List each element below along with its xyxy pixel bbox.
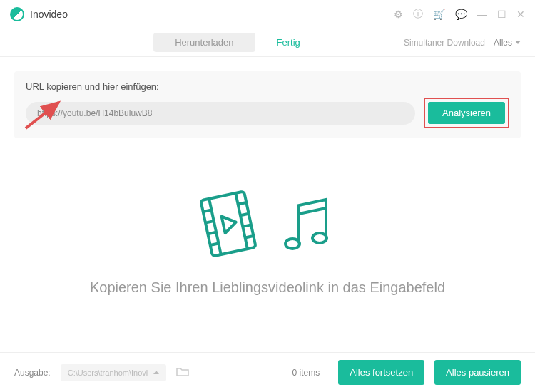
tabs: Herunterladen Fertig (153, 33, 322, 52)
title-bar: Inovideo ⚙ ⓘ 🛒 💬 — ☐ ✕ (0, 0, 535, 29)
svg-line-9 (238, 202, 247, 204)
empty-state-text: Kopieren Sie Ihren Lieblingsvideolink in… (90, 279, 445, 296)
cart-icon[interactable]: 🛒 (433, 9, 445, 20)
analyze-button[interactable]: Analysieren (428, 102, 505, 124)
svg-point-14 (285, 239, 300, 249)
simultaneous-download-label: Simultaner Download (404, 38, 485, 48)
close-icon[interactable]: ✕ (516, 9, 525, 20)
nav-bar: Herunterladen Fertig Simultaner Download… (0, 29, 535, 57)
film-play-icon (196, 188, 260, 259)
url-input[interactable] (26, 102, 415, 125)
app-name: Inovideo (30, 9, 394, 20)
footer: Ausgabe: C:\Users\tranhom\Inovi 0 items … (0, 352, 535, 392)
svg-marker-13 (222, 214, 238, 233)
tab-download[interactable]: Herunterladen (153, 33, 255, 52)
settings-icon[interactable]: ⚙ (394, 9, 403, 20)
svg-line-11 (243, 225, 251, 226)
svg-line-7 (208, 232, 216, 234)
chat-icon[interactable]: 💬 (455, 9, 467, 20)
url-box: URL kopieren und hier einfügen: Analysie… (14, 71, 521, 138)
svg-line-8 (210, 243, 219, 244)
window-controls: ⚙ ⓘ 🛒 💬 — ☐ ✕ (394, 8, 525, 21)
app-logo-icon (10, 7, 24, 21)
info-icon[interactable]: ⓘ (413, 8, 423, 21)
output-path-value: C:\Users\tranhom\Inovi (68, 368, 148, 377)
empty-state: Kopieren Sie Ihren Lieblingsvideolink in… (0, 188, 535, 296)
svg-line-5 (203, 210, 212, 211)
item-count: 0 items (292, 368, 320, 378)
minimize-icon[interactable]: — (477, 9, 487, 20)
tab-done[interactable]: Fertig (255, 33, 322, 52)
output-label: Ausgabe: (14, 368, 51, 378)
open-folder-icon[interactable] (176, 366, 189, 379)
url-box-title: URL kopieren und hier einfügen: (26, 81, 509, 92)
svg-line-12 (245, 236, 254, 237)
analyze-highlight: Analysieren (424, 98, 509, 128)
svg-point-15 (312, 233, 327, 243)
music-note-icon (275, 188, 339, 259)
output-path-select[interactable]: C:\Users\tranhom\Inovi (61, 364, 166, 381)
chevron-down-icon (515, 41, 521, 44)
nav-right: Simultaner Download Alles (404, 38, 521, 48)
chevron-up-icon (153, 371, 159, 374)
svg-line-16 (299, 208, 326, 214)
svg-line-10 (240, 214, 249, 215)
svg-line-6 (205, 221, 214, 222)
resume-all-button[interactable]: Alles fortsetzen (338, 360, 424, 385)
maximize-icon[interactable]: ☐ (497, 9, 506, 20)
pause-all-button[interactable]: Alles pausieren (434, 360, 521, 385)
download-count-value: Alles (494, 38, 512, 48)
download-count-select[interactable]: Alles (494, 38, 521, 48)
